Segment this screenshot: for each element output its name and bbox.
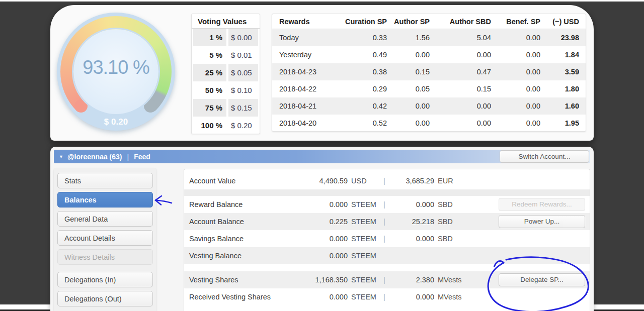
balance-value-2: 25.218 (391, 218, 434, 226)
rewards-cell: 0.00 (430, 102, 491, 110)
balance-unit-1: STEEM (348, 235, 378, 243)
sidebar-item-general-data[interactable]: General Data (57, 211, 153, 227)
rewards-row: 2018-04-230.380.150.470.003.59 (272, 63, 586, 80)
balance-value-2: 3,685.29 (391, 177, 434, 185)
balance-value-2: 0.000 (391, 200, 434, 209)
rewards-cell: 3.59 (540, 68, 579, 76)
voting-value-row: 100 %$ 0.20 (192, 117, 260, 134)
rewards-row: 2018-04-210.420.000.000.001.60 (272, 97, 586, 115)
sidebar-item-delegations-out[interactable]: Delegations (Out) (57, 291, 153, 306)
balance-value-2: 2.380 (391, 276, 434, 284)
rewards-cell: 5.04 (430, 34, 491, 42)
balance-unit-2: EUR (434, 177, 453, 185)
account-panel: ▼ @loreennaa (63) | Feed Switch Account.… (50, 147, 594, 311)
balance-value-1: 0.000 (299, 200, 348, 209)
row-vesting-balance: Vesting Balance0.000STEEM (184, 247, 590, 264)
sidebar-item-delegations-in[interactable]: Delegations (In) (57, 272, 153, 287)
value-separator: | (378, 276, 391, 284)
sidebar: StatsBalancesGeneral DataAccount Details… (54, 168, 156, 311)
balance-label: Savings Balance (184, 235, 299, 243)
voting-power-gauge: 93.10 % $ 0.20 (57, 13, 175, 131)
rewards-cell: 0.00 (387, 119, 430, 127)
voting-dollar-value: $ 0.00 (228, 29, 258, 46)
rewards-cell: 0.15 (430, 85, 491, 93)
voting-dollar-value: $ 0.20 (228, 117, 258, 134)
rewards-cell: 1.95 (540, 119, 579, 127)
row-received-vesting-shares: Received Vesting Shares0.000STEEM|0.000M… (184, 288, 590, 305)
rewards-cell: 1.60 (540, 102, 579, 110)
rewards-cell: 0.00 (491, 119, 540, 127)
top-panel: 93.10 % $ 0.20 Voting Values 1 %$ 0.005 … (50, 5, 594, 141)
row-separator (184, 189, 590, 196)
rewards-header-cell: Benef. SP (491, 18, 540, 26)
rewards-cell: 2018-04-20 (272, 119, 338, 127)
sidebar-item-stats[interactable]: Stats (57, 173, 153, 188)
rewards-header-cell: Curation SP (338, 18, 387, 26)
rewards-cell: 2018-04-21 (272, 102, 338, 110)
rewards-header-cell: Author SP (387, 18, 430, 26)
rewards-cell: 23.98 (540, 34, 579, 42)
rewards-cell: 0.38 (338, 68, 387, 76)
delegate-sp-button[interactable]: Delegate SP... (499, 273, 585, 286)
rewards-cell: 0.00 (491, 34, 540, 42)
sidebar-item-balances[interactable]: Balances (57, 192, 153, 208)
feed-label: Feed (134, 153, 150, 161)
rewards-cell: Yesterday (272, 51, 338, 59)
rewards-card: RewardsCuration SPAuthor SPAuthor SBDBen… (272, 14, 586, 132)
rewards-cell: 0.29 (338, 85, 387, 93)
balance-label: Received Vesting Shares (184, 293, 299, 301)
sidebar-item-account-details[interactable]: Account Details (57, 230, 153, 246)
switch-account-button[interactable]: Switch Account... (500, 150, 589, 163)
rewards-cell: 1.84 (540, 51, 579, 59)
row-savings-balance: Savings Balance0.000STEEM|0.000SBD (184, 230, 590, 247)
value-separator: | (378, 235, 391, 243)
voting-values-card: Voting Values 1 %$ 0.005 %$ 0.0125 %$ 0.… (191, 14, 260, 134)
rewards-row: Yesterday0.490.000.000.001.84 (272, 46, 586, 63)
voting-percent: 5 % (193, 46, 226, 64)
voting-value-row: 75 %$ 0.15 (192, 99, 260, 117)
rewards-header-cell: Author SBD (430, 18, 491, 26)
balance-unit-1: STEEM (348, 293, 378, 301)
rewards-header-cell: (~) USD (540, 18, 579, 26)
value-separator: | (378, 218, 391, 226)
rewards-row: Today0.331.565.040.0023.98 (272, 29, 586, 46)
balance-unit-1: STEEM (348, 252, 378, 260)
rewards-cell: 0.00 (491, 68, 540, 76)
vote-value-usd: $ 0.20 (57, 117, 175, 127)
voting-percent: 100 % (193, 117, 226, 134)
rewards-cell: 0.00 (491, 102, 540, 110)
rewards-cell: 0.00 (430, 119, 491, 127)
chevron-down-icon[interactable]: ▼ (59, 154, 63, 159)
balance-unit-1: STEEM (348, 218, 378, 226)
balances-content: Account Value4,490.59USD|3,685.29EURRewa… (184, 169, 590, 311)
balance-label: Vesting Shares (184, 276, 299, 284)
balance-unit-1: STEEM (348, 276, 378, 284)
header-separator: | (127, 153, 129, 161)
rewards-header-cell: Rewards (272, 18, 338, 26)
power-up-button[interactable]: Power Up... (499, 215, 585, 228)
voting-percent: 50 % (193, 81, 226, 99)
screenshot-root: 93.10 % $ 0.20 Voting Values 1 %$ 0.005 … (0, 0, 644, 311)
row-vesting-shares: Vesting Shares1,168.350STEEM|2.380MVests… (184, 271, 590, 288)
balance-unit-2: SBD (434, 218, 453, 226)
voting-dollar-value: $ 0.10 (228, 81, 258, 99)
rewards-cell: 0.52 (338, 119, 387, 127)
rewards-cell: 0.00 (387, 51, 430, 59)
rewards-cell: 2018-04-23 (272, 68, 338, 76)
rewards-row: 2018-04-220.290.050.150.001.80 (272, 80, 586, 97)
row-account-value: Account Value4,490.59USD|3,685.29EUR (184, 172, 590, 189)
voting-percent: 75 % (193, 99, 226, 117)
voting-dollar-value: $ 0.01 (228, 46, 258, 64)
balance-value-1: 0.000 (299, 252, 348, 260)
rewards-cell: 0.47 (430, 68, 491, 76)
rewards-row: 2018-04-200.520.000.000.001.95 (272, 115, 586, 132)
voting-value-row: 1 %$ 0.00 (192, 29, 260, 46)
value-separator: | (378, 293, 391, 301)
rewards-cell: 1.56 (387, 34, 430, 42)
rewards-cell: 0.00 (491, 85, 540, 93)
voting-dollar-value: $ 0.15 (228, 99, 258, 117)
balance-value-2: 0.000 (391, 235, 434, 243)
row-separator (184, 264, 590, 271)
voting-dollar-value: $ 0.05 (228, 64, 258, 81)
rewards-cell: 2018-04-22 (272, 85, 338, 93)
